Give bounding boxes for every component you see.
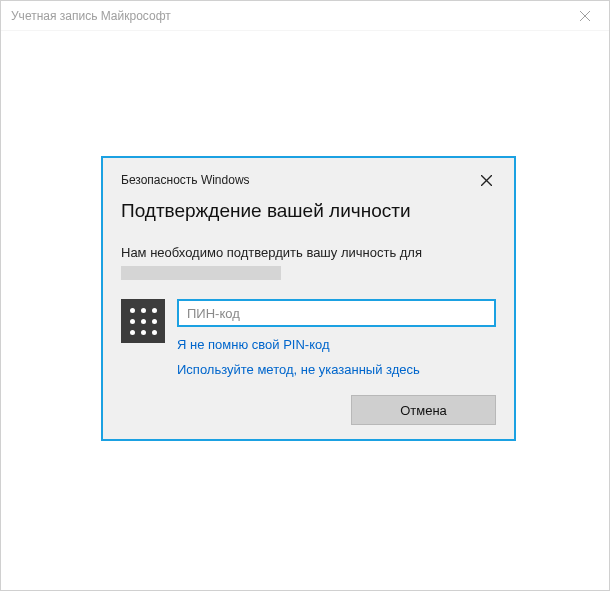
close-icon [481,175,492,186]
body-text: Нам необходимо подтвердить вашу личность… [121,245,422,260]
button-row: Отмена [351,395,496,425]
cancel-button[interactable]: Отмена [351,395,496,425]
security-dialog: Безопасность Windows Подтверждение вашей… [101,156,516,441]
outer-close-button[interactable] [565,2,605,30]
dialog-heading: Подтверждение вашей личности [121,200,496,222]
keypad-icon [121,299,165,343]
outer-window: Учетная запись Майкрософт Безопасность W… [0,0,610,591]
close-icon [580,11,590,21]
outer-title: Учетная запись Майкрософт [11,9,171,23]
pin-input[interactable] [177,299,496,327]
forgot-pin-link[interactable]: Я не помню свой PIN-код [177,337,496,352]
redacted-identity [121,266,281,280]
dialog-close-button[interactable] [476,170,496,190]
outer-titlebar: Учетная запись Майкрософт [1,1,609,31]
pin-row: Я не помню свой PIN-код Используйте мето… [103,285,514,377]
dialog-header: Безопасность Windows Подтверждение вашей… [103,158,514,244]
pin-column: Я не помню свой PIN-код Используйте мето… [177,299,496,377]
dialog-body: Нам необходимо подтвердить вашу личность… [103,244,514,285]
dialog-small-title: Безопасность Windows [121,173,250,187]
other-method-link[interactable]: Используйте метод, не указанный здесь [177,362,496,377]
dialog-titlebar: Безопасность Windows [121,170,496,190]
